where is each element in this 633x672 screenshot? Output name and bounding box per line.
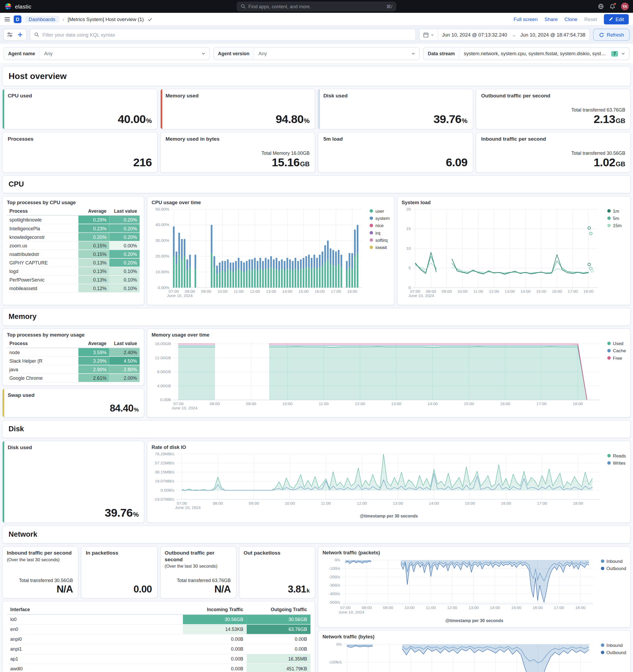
kpi-processes[interactable]: Processes 216 (2, 132, 157, 173)
table-row[interactable]: java2.90%2.80% (7, 365, 140, 374)
brand-name[interactable]: elastic (15, 3, 31, 9)
agent-name-control[interactable]: Agent name Any (3, 47, 210, 60)
table-row[interactable]: mobileassetd0.12%0.10% (7, 284, 140, 292)
reset-button[interactable]: Reset (584, 17, 597, 22)
column-header[interactable]: Last value (109, 339, 140, 348)
dashboard-app-badge[interactable]: D (14, 15, 21, 23)
legend-item-system[interactable]: system (370, 216, 389, 221)
calendar-button[interactable] (420, 29, 438, 40)
table-cell: spotlightknowle (7, 215, 79, 224)
disk-io-chart[interactable]: 07:00June 10, 202408:0009:0010:0011:0012… (152, 451, 604, 513)
legend-item-Inbound[interactable]: Inbound (601, 643, 626, 648)
column-header[interactable]: Last value (109, 207, 140, 215)
data-stream-control[interactable]: Data stream system.network, system.cpu, … (423, 47, 630, 60)
kql-search-input[interactable]: Filter your data using KQL syntax (30, 29, 416, 41)
column-header[interactable]: Process (7, 339, 79, 348)
system-load-chart[interactable]: 07:00June 10, 202408:0009:0010:0011:0012… (402, 206, 604, 301)
notifications-bell-icon[interactable] (610, 3, 615, 9)
legend-item-Writes[interactable]: Writes (607, 460, 626, 465)
table-row[interactable]: nsattributedstr0.15%0.20% (7, 250, 140, 258)
table-row[interactable]: anpi10.00B0.00B (7, 644, 311, 654)
table-row[interactable]: node3.59%2.40% (7, 348, 140, 356)
kpi-out-packetloss[interactable]: Out packetloss 3.81k (239, 546, 315, 598)
table-row[interactable]: Google Chrome2.61%2.00% (7, 374, 140, 382)
kpi-disk-used-main[interactable]: Disk used 39.76% (2, 440, 144, 523)
table-row[interactable]: PerfPowerServic0.13%0.10% (7, 275, 140, 284)
legend-item-Reads[interactable]: Reads (607, 453, 626, 458)
global-search-input[interactable]: Find apps, content, and more. ⌘/ (237, 2, 396, 11)
table-row[interactable]: zoom.us0.15%0.00% (7, 241, 140, 250)
date-range-start[interactable]: Jun 10, 2024 @ 07:13:32.240 (438, 32, 511, 37)
table-row[interactable]: awdl00.00B451.79KB (7, 664, 311, 672)
legend-item-Free[interactable]: Free (607, 356, 626, 361)
globe-icon[interactable] (598, 3, 604, 9)
network-bytes-chart[interactable]: 07:00June 10, 202408:0009:0010:0011:0012… (322, 640, 597, 672)
kpi-outbound-traffic-30s[interactable]: Outbound traffic per second (Over the la… (160, 546, 236, 598)
legend-item-nice[interactable]: nice (370, 223, 389, 228)
date-range-end[interactable]: Jun 10, 2024 @ 18:47:54.738 (516, 32, 589, 37)
clone-button[interactable]: Clone (564, 17, 577, 22)
svg-text:07:00: 07:00 (173, 401, 183, 406)
table-row[interactable]: en014.53KB63.76GB (7, 624, 311, 634)
kpi-inbound-traffic-30s[interactable]: Inbound traffic per second (Over the las… (2, 546, 78, 598)
table-row[interactable]: GIPHY CAPTURE0.13%0.20% (7, 258, 140, 267)
kpi-inbound-traffic[interactable]: Inbound traffic per second Total transfe… (476, 132, 631, 173)
column-header[interactable]: Process (7, 207, 79, 215)
cpu-processes-table[interactable]: ProcessAverageLast valuespotlightknowle0… (7, 207, 140, 293)
table-row[interactable]: anpi00.00B0.00B (7, 634, 311, 644)
table-row[interactable]: spotlightknowle0.29%0.20% (7, 215, 140, 224)
legend-item-irq[interactable]: irq (370, 230, 389, 235)
add-filter-icon[interactable] (15, 30, 25, 40)
table-row[interactable]: knowledgeconstr0.20%0.20% (7, 233, 140, 241)
agent-version-control[interactable]: Agent version Any (213, 47, 420, 60)
legend-item-1m[interactable]: 1m (607, 209, 626, 214)
legend-item-5m[interactable]: 5m (607, 216, 626, 221)
column-header[interactable]: Outgoing Traffic (247, 605, 310, 614)
cpu-usage-chart[interactable]: 07:00June 10, 202408:0009:0010:0011:0012… (152, 206, 366, 301)
legend-item-iowait[interactable]: iowait (370, 245, 389, 250)
svg-text:15:00: 15:00 (465, 501, 475, 505)
legend-dot (370, 245, 373, 249)
filter-icon[interactable] (5, 30, 15, 40)
column-header[interactable]: Average (79, 207, 109, 215)
legend-item-Outbound[interactable]: Outbound (601, 650, 626, 655)
breadcrumb-dashboards[interactable]: Dashboards (25, 16, 59, 23)
legend-item-Inbound[interactable]: Inbound (601, 558, 626, 563)
kpi-memory-used-bytes[interactable]: Memory used in bytes Total Memory 16.00G… (160, 132, 315, 173)
legend-item-15m[interactable]: 15m (607, 223, 626, 228)
table-row[interactable]: ap10.00B16.35MB (7, 654, 311, 664)
elastic-logo[interactable] (4, 3, 12, 10)
interfaces-table[interactable]: InterfaceIncoming TrafficOutgoing Traffi… (7, 605, 311, 672)
table-row[interactable]: logd0.13%0.10% (7, 267, 140, 275)
legend-item-user[interactable]: user (370, 209, 389, 214)
kpi-in-packetloss[interactable]: In packetloss 0.00 (81, 546, 157, 598)
kpi-swap-used[interactable]: Swap used 84.40% (2, 388, 144, 417)
memory-usage-chart[interactable]: 07:00June 10, 202408:0009:0010:0011:0012… (152, 338, 604, 414)
memory-processes-table[interactable]: ProcessAverageLast valuenode3.59%2.40%Sl… (7, 339, 140, 382)
user-avatar[interactable]: TA (621, 3, 629, 10)
kpi-outbound-traffic[interactable]: Outbound traffic per second Total transf… (476, 89, 631, 129)
table-row[interactable]: lo030.56GB30.56GB (7, 615, 311, 624)
legend-item-Cache[interactable]: Cache (607, 348, 626, 353)
legend-item-softirq[interactable]: softirq (370, 238, 389, 243)
column-header[interactable]: Incoming Traffic (183, 605, 247, 614)
column-header[interactable]: Average (79, 339, 109, 348)
share-button[interactable]: Share (545, 17, 558, 22)
kpi-5m-load[interactable]: 5m load 6.09 (318, 132, 473, 173)
kpi-disk-used[interactable]: Disk used 39.76% (318, 89, 473, 129)
legend-item-Outbound[interactable]: Outbound (601, 566, 626, 571)
table-row[interactable]: IntelligencePla0.23%0.20% (7, 224, 140, 233)
full-screen-button[interactable]: Full screen (513, 17, 537, 22)
check-icon[interactable] (147, 17, 152, 22)
refresh-button[interactable]: Refresh (593, 29, 630, 41)
network-packets-chart[interactable]: 07:00June 10, 202408:0009:0010:0011:0012… (322, 556, 597, 618)
column-header[interactable]: Interface (7, 605, 183, 614)
edit-button[interactable]: Edit (604, 14, 629, 24)
table-row[interactable]: Slack Helper (R3.29%4.50% (7, 357, 140, 365)
kpi-cpu-used[interactable]: CPU used 40.00% (2, 89, 157, 129)
menu-hamburger-icon[interactable] (4, 16, 10, 22)
legend-item-Used[interactable]: Used (607, 341, 626, 346)
table-cell: 0.20% (79, 233, 109, 241)
kpi-memory-used[interactable]: Memory used 94.80% (160, 89, 315, 129)
svg-text:0/s: 0/s (336, 642, 342, 646)
